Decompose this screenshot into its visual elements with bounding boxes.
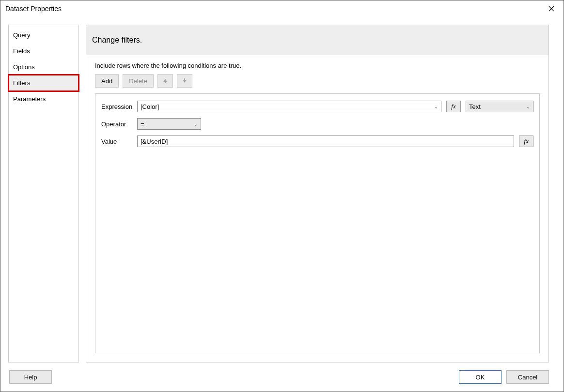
delete-button[interactable]: Delete (123, 74, 154, 88)
close-button[interactable] (544, 1, 559, 16)
operator-dropdown[interactable]: = ⌄ (137, 118, 201, 130)
sidebar-item-label: Filters (13, 79, 30, 87)
add-button[interactable]: Add (95, 74, 119, 88)
value-label: Value (101, 138, 132, 145)
type-dropdown[interactable]: Text ⌄ (466, 101, 533, 112)
operator-label: Operator (101, 121, 132, 128)
expression-fx-button[interactable]: fx (446, 101, 461, 112)
sidebar-item-label: Options (13, 63, 35, 71)
operator-value: = (141, 121, 144, 128)
panel-body: Include rows where the following conditi… (86, 55, 548, 362)
sidebar-item-options[interactable]: Options (9, 59, 78, 75)
expression-value: [Color] (141, 103, 159, 110)
dialog-footer: Help OK Cancel (0, 366, 564, 392)
cancel-button[interactable]: Cancel (506, 370, 549, 384)
filter-toolbar: Add Delete (95, 74, 540, 88)
expression-row: Expression [Color] ⌄ fx Text ⌄ (101, 101, 533, 112)
help-button[interactable]: Help (9, 370, 52, 384)
main-panel: Change filters. Include rows where the f… (86, 25, 549, 362)
dialog-body: Query Fields Options Filters Parameters … (0, 17, 564, 366)
sidebar-item-label: Query (13, 31, 30, 39)
filter-panel: Expression [Color] ⌄ fx Text ⌄ Operator (95, 93, 540, 353)
panel-heading: Change filters. (86, 25, 548, 55)
footer-right: OK Cancel (459, 370, 549, 384)
value-row: Value [&UserID] fx (101, 136, 533, 147)
sidebar: Query Fields Options Filters Parameters (8, 25, 79, 362)
expression-dropdown[interactable]: [Color] ⌄ (137, 101, 441, 112)
move-down-button[interactable] (177, 74, 192, 88)
type-value: Text (469, 103, 481, 110)
delete-button-label: Delete (129, 77, 147, 85)
value-text: [&UserID] (141, 138, 168, 145)
expression-label: Expression (101, 103, 132, 110)
value-fx-button[interactable]: fx (519, 136, 533, 147)
add-button-label: Add (101, 77, 112, 85)
sidebar-item-label: Fields (13, 47, 30, 55)
fx-label: fx (524, 137, 528, 145)
sidebar-item-label: Parameters (13, 95, 46, 103)
arrow-down-icon (182, 78, 188, 84)
ok-button[interactable]: OK (459, 370, 501, 384)
dataset-properties-dialog: Dataset Properties Query Fields Options … (0, 0, 564, 392)
sidebar-item-filters[interactable]: Filters (9, 75, 78, 91)
move-up-button[interactable] (157, 74, 173, 88)
sidebar-item-fields[interactable]: Fields (9, 43, 78, 59)
chevron-down-icon: ⌄ (434, 104, 438, 109)
sidebar-item-parameters[interactable]: Parameters (9, 91, 78, 107)
titlebar: Dataset Properties (0, 0, 564, 17)
operator-row: Operator = ⌄ (101, 118, 533, 130)
window-title: Dataset Properties (5, 5, 62, 13)
value-input[interactable]: [&UserID] (137, 136, 514, 147)
arrow-up-icon (162, 78, 168, 84)
instruction-text: Include rows where the following conditi… (95, 62, 540, 69)
sidebar-item-query[interactable]: Query (9, 27, 78, 43)
chevron-down-icon: ⌄ (526, 104, 530, 109)
fx-label: fx (451, 103, 455, 110)
close-icon (548, 6, 554, 12)
chevron-down-icon: ⌄ (194, 121, 198, 127)
